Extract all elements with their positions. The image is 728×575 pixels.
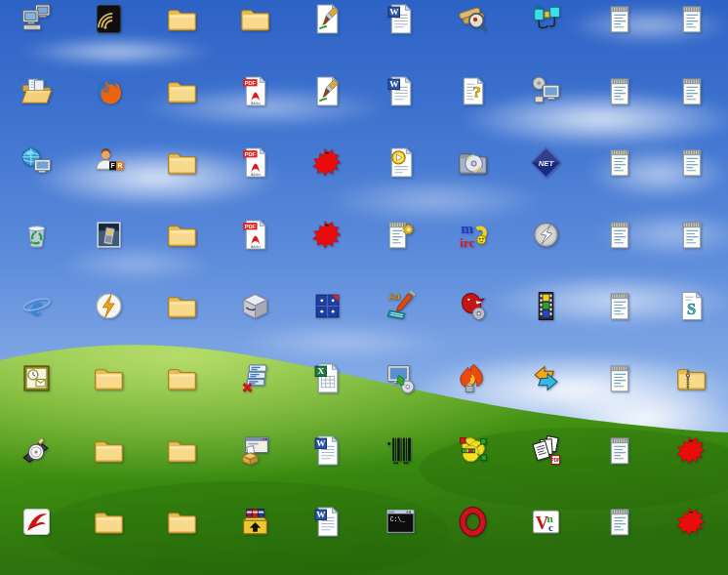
desktop-icon-adsl-home-txt[interactable] bbox=[583, 0, 656, 72]
text-file-icon bbox=[603, 506, 635, 538]
desktop-icon-sparkle-flashplayer[interactable] bbox=[509, 287, 583, 359]
desktop-icon-voip-txt[interactable] bbox=[655, 216, 728, 288]
desktop-icon-nero-express[interactable] bbox=[437, 359, 510, 431]
desktop-icon-winamp[interactable] bbox=[73, 287, 146, 359]
desktop-icon-jre-1-5-0[interactable] bbox=[219, 287, 292, 359]
desktop-icon-remote-desktop[interactable] bbox=[509, 72, 583, 144]
desktop-icon-my-documents[interactable] bbox=[0, 72, 73, 144]
desktop-icon-convar[interactable] bbox=[73, 503, 146, 575]
desktop-icon-telephone-book-txt[interactable] bbox=[655, 72, 728, 144]
desktop-icon-acronis-disk-director-suite[interactable] bbox=[0, 431, 73, 504]
desktop-icon-computer-informati[interactable]: W bbox=[291, 503, 364, 575]
desktop-icon-caplock-vbs[interactable]: S bbox=[655, 287, 728, 359]
desktop-icon-rktools-exe[interactable] bbox=[219, 431, 292, 504]
desktop-icon-pc-inspector-file-recovery[interactable]: FR bbox=[73, 144, 146, 216]
desktop-icon-vfd21-050404[interactable] bbox=[145, 503, 219, 575]
desktop-icon-mozbackup[interactable] bbox=[437, 287, 510, 359]
desktop-icon-daily-reports-txt[interactable] bbox=[583, 144, 656, 216]
acronis-icon bbox=[20, 434, 53, 467]
desktop-icon-securitymap[interactable] bbox=[655, 431, 728, 504]
desktop-icon-550710-da[interactable]: PDFAdobe bbox=[219, 144, 292, 216]
desktop-icon-dvdlable-jpg[interactable] bbox=[291, 144, 364, 216]
desktop-icon-lightscribe[interactable] bbox=[73, 0, 146, 72]
desktop-icon-hwsetup-dat[interactable] bbox=[364, 144, 437, 216]
desktop-icon-sbdx-exe[interactable]: NET bbox=[509, 144, 583, 216]
desktop-icon-tanka-txt[interactable] bbox=[655, 0, 728, 72]
desktop-icon-new-text-document-txt[interactable] bbox=[583, 503, 656, 575]
desktop-icon-text-to-pdf[interactable]: PDF bbox=[509, 431, 583, 504]
folder-icon bbox=[93, 434, 125, 467]
bmp-image-icon bbox=[311, 3, 344, 35]
desktop-icon-stock-take-doc[interactable]: W bbox=[364, 0, 437, 72]
desktop-icon-irc-bmp[interactable] bbox=[291, 72, 364, 144]
svg-text:PDF: PDF bbox=[244, 151, 256, 157]
desktop-icon-new-folder[interactable] bbox=[145, 72, 219, 144]
text-file-icon bbox=[675, 146, 708, 179]
desktop-icon-hpsupport-txt[interactable] bbox=[583, 359, 656, 431]
desktop-icon-adsl-txt[interactable] bbox=[583, 72, 656, 144]
desktop-icon-adobe-reader-7-0[interactable] bbox=[0, 503, 73, 575]
desktop-icon-tssi-fax-doc[interactable]: W bbox=[364, 72, 437, 144]
desktop-icon-opera[interactable] bbox=[437, 503, 510, 575]
desktop-icon-network[interactable] bbox=[437, 431, 510, 504]
desktop-icon-recycle-bin[interactable] bbox=[0, 216, 73, 288]
svg-text:A4: A4 bbox=[388, 293, 401, 303]
sbdx-icon: NET bbox=[530, 146, 562, 179]
desktop-icon-26-april-2006-max[interactable] bbox=[291, 287, 364, 359]
desktop-icon-vfd21-0504[interactable] bbox=[655, 359, 728, 431]
desktop-icon-context-de[interactable] bbox=[364, 216, 437, 288]
desktop-icon-usb[interactable] bbox=[145, 431, 219, 504]
text-file-icon bbox=[603, 3, 635, 35]
desktop-icon-agreemen[interactable]: W bbox=[291, 431, 364, 504]
desktop-icon-my-network-places[interactable] bbox=[0, 144, 73, 216]
desktop-icon-dvdpage-jpg[interactable] bbox=[291, 216, 364, 288]
desktop-icon-internet-explorer[interactable]: e bbox=[0, 287, 73, 359]
desktop-icon-a4desk[interactable]: A4 bbox=[364, 287, 437, 359]
desktop-icon-spyware[interactable] bbox=[145, 216, 219, 288]
icon-grid: W PDFAdobe W ? bbox=[0, 0, 728, 575]
desktop-icon-pos[interactable] bbox=[145, 144, 219, 216]
desktop-icon-sparkle-flashkeeper[interactable] bbox=[509, 216, 583, 288]
svg-text:e: e bbox=[30, 292, 42, 321]
desktop-icon-symantec-pcanywhere[interactable] bbox=[509, 359, 583, 431]
desktop-icon-hijackthis-log[interactable] bbox=[583, 287, 656, 359]
desktop-icon-netware[interactable] bbox=[145, 0, 219, 72]
desktop-icon-mapmedium[interactable] bbox=[655, 503, 728, 575]
desktop-icon-vt-exe[interactable] bbox=[219, 503, 292, 575]
desktop-icon-card-reader[interactable] bbox=[73, 431, 146, 504]
text-file-icon bbox=[675, 75, 708, 107]
desktop-icon-glossary[interactable]: ? bbox=[437, 72, 510, 144]
desktop-icon-command-prompt[interactable]: C:\_ bbox=[364, 503, 437, 575]
desktop-icon-vnc-viewer-4[interactable]: Vnc bbox=[509, 503, 583, 575]
svg-text:?: ? bbox=[473, 81, 482, 101]
desktop-icon-event-log-explorer[interactable] bbox=[437, 0, 510, 72]
desktop-icon-autopatcher[interactable] bbox=[364, 359, 437, 431]
desktop-icon-improweb-txt[interactable] bbox=[583, 431, 656, 504]
desktop-icon-backup[interactable] bbox=[73, 359, 146, 431]
desktop-icon-70-290-pdf[interactable]: PDFAdobe bbox=[219, 72, 292, 144]
desktop-icon-pc-inspector-smart-rec[interactable] bbox=[73, 216, 146, 288]
desktop-icon-virus-txt[interactable] bbox=[655, 144, 728, 216]
desktop-icon-toxic[interactable] bbox=[145, 359, 219, 431]
desktop-icon-isobuster[interactable] bbox=[437, 144, 510, 216]
desktop-icon-award-an[interactable]: PDFAdobe bbox=[219, 216, 292, 288]
desktop-icon-remshutdo[interactable] bbox=[219, 359, 292, 431]
desktop-icon-error-base-4-bmp[interactable] bbox=[291, 0, 364, 72]
desktop-icon-microsoft-outlook[interactable] bbox=[0, 359, 73, 431]
desktop[interactable]: W PDFAdobe W ? bbox=[0, 0, 728, 575]
desktop-icon-mozilla-firefox[interactable] bbox=[73, 72, 146, 144]
desktop-icon-mirc[interactable]: mirc bbox=[437, 216, 510, 288]
desktop-icon-vt[interactable] bbox=[219, 0, 292, 72]
svg-text:c: c bbox=[548, 521, 553, 533]
desktop-icon-port-explorer[interactable] bbox=[509, 0, 583, 72]
desktop-icon-basic-invent[interactable] bbox=[364, 431, 437, 504]
desktop-icon-temp[interactable] bbox=[145, 287, 219, 359]
desktop-icon-admin-on-it[interactable] bbox=[0, 0, 73, 72]
desktop-icon-ip-addresses-xls[interactable]: X bbox=[291, 359, 364, 431]
text-file-icon bbox=[603, 219, 635, 251]
svg-text:F: F bbox=[111, 163, 115, 170]
text-file-icon bbox=[603, 290, 635, 322]
pc-inspector-file-recovery-icon: FR bbox=[93, 146, 125, 179]
mozbackup-icon bbox=[457, 290, 489, 322]
desktop-icon-e-mail-addresses-txt[interactable] bbox=[583, 216, 656, 288]
